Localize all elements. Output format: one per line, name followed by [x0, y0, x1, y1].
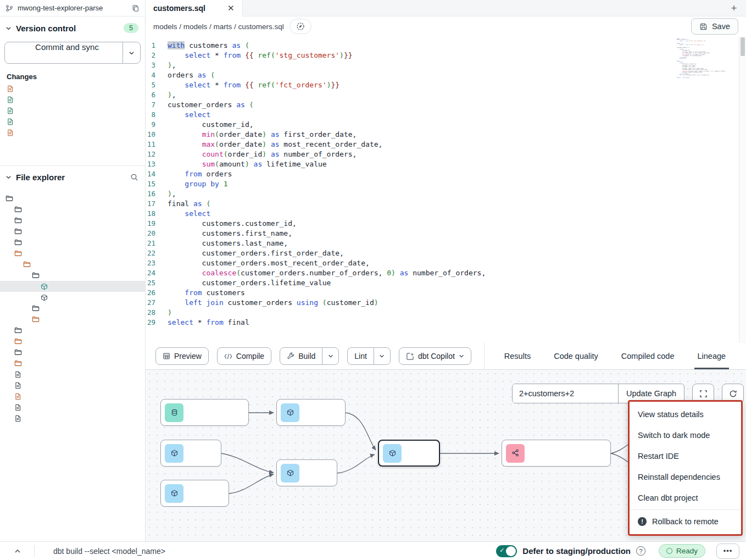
- menu-item-clean-dbt-project[interactable]: Clean dbt project: [630, 487, 741, 508]
- tree-item-models[interactable]: [0, 248, 145, 259]
- copy-icon[interactable]: [132, 4, 140, 12]
- code-area[interactable]: 1with customers as (2 select * from {{ r…: [146, 41, 738, 328]
- tree-item-seeds[interactable]: [0, 325, 145, 336]
- lineage-panel[interactable]: Update Graph View status detailsSwitch t…: [146, 370, 746, 541]
- menu-item-switch-to-dark-mode[interactable]: Switch to dark mode: [630, 425, 741, 446]
- code-line[interactable]: 4orders as (: [146, 70, 738, 80]
- scrollbar-thumb[interactable]: [741, 37, 745, 56]
- code-line[interactable]: 9 customer_id,: [146, 120, 738, 130]
- tree-item-dbt-project-yml[interactable]: [0, 391, 145, 402]
- build-button[interactable]: Build: [280, 347, 339, 365]
- tree-item-tests[interactable]: [0, 358, 145, 369]
- save-button[interactable]: Save: [691, 18, 738, 35]
- code-line[interactable]: 23 customer_orders.most_recent_order_dat…: [146, 258, 738, 268]
- tab-lineage[interactable]: Lineage: [698, 343, 726, 369]
- commit-and-sync-button[interactable]: Commit and sync: [4, 42, 141, 64]
- code-line[interactable]: 22 customer_orders.first_order_date,: [146, 248, 738, 258]
- tab-code-quality[interactable]: Code quality: [554, 343, 598, 369]
- more-options-button[interactable]: •••: [716, 544, 739, 559]
- tree-item-db-sl-qs-demo[interactable]: [0, 193, 145, 204]
- code-line[interactable]: 28): [146, 308, 738, 318]
- tree-item-marts[interactable]: [0, 270, 145, 281]
- code-line[interactable]: 19 customers.customer_id,: [146, 219, 738, 229]
- lint-options-chevron[interactable]: [374, 348, 390, 364]
- copilot-compass-button[interactable]: [290, 19, 311, 34]
- code-line[interactable]: 29select * from final: [146, 318, 738, 328]
- tree-item-dbt-packages[interactable]: [0, 226, 145, 237]
- tree-item-readme-md[interactable]: [0, 380, 145, 391]
- menu-item-rollback-to-remote[interactable]: !Rollback to remote: [630, 511, 741, 532]
- code-line[interactable]: 1with customers as (: [146, 41, 738, 51]
- code-line[interactable]: 20 customers.first_name,: [146, 229, 738, 239]
- menu-item-view-status-details[interactable]: View status details: [630, 404, 741, 425]
- tree-item-package-lock-yml[interactable]: [0, 402, 145, 413]
- code-line[interactable]: 11 max(order_date) as most_recent_order_…: [146, 140, 738, 149]
- code-line[interactable]: 8 select: [146, 110, 738, 120]
- tree-item-packages-yml[interactable]: [0, 413, 145, 424]
- commit-options-chevron[interactable]: [123, 42, 140, 63]
- code-line[interactable]: 12 count(order_id) as number_of_orders,: [146, 149, 738, 159]
- tree-item-target[interactable]: [0, 347, 145, 358]
- lineage-node-fct-orders[interactable]: [276, 459, 337, 486]
- command-input[interactable]: [40, 547, 491, 556]
- help-icon[interactable]: ?: [636, 546, 645, 556]
- close-tab-icon[interactable]: ✕: [227, 3, 235, 13]
- code-line[interactable]: 10 min(order_date) as first_order_date,: [146, 130, 738, 140]
- code-line[interactable]: 15 group by 1: [146, 179, 738, 189]
- menu-item-reinstall-dependencies[interactable]: Reinstall dependencies: [630, 467, 741, 487]
- collapse-panel-button[interactable]: [7, 548, 29, 555]
- tree-item-staging[interactable]: [0, 314, 145, 325]
- compile-button[interactable]: Compile: [217, 347, 271, 365]
- editor-scrollbar[interactable]: [739, 36, 746, 343]
- defer-toggle[interactable]: ✓: [496, 545, 517, 557]
- lineage-selector-input[interactable]: [513, 384, 618, 403]
- chevron-down-icon[interactable]: [5, 174, 12, 180]
- code-line[interactable]: 26 from customers: [146, 288, 738, 298]
- code-line[interactable]: 27 left join customer_orders using (cust…: [146, 298, 738, 308]
- code-line[interactable]: 6),: [146, 90, 738, 100]
- build-options-chevron[interactable]: [322, 348, 338, 364]
- new-tab-button[interactable]: +: [722, 0, 746, 16]
- code-line[interactable]: 25 customer_orders.lifetime_value: [146, 278, 738, 288]
- lineage-node-dim-customers-test-for-parse[interactable]: [502, 440, 611, 467]
- tree-item-metrics[interactable]: [0, 303, 145, 314]
- tree-item-analyses[interactable]: [0, 215, 145, 226]
- lineage-node-stg-customers[interactable]: [276, 399, 346, 426]
- search-icon[interactable]: [130, 173, 138, 181]
- code-line[interactable]: 16),: [146, 189, 738, 199]
- change-row[interactable]: [0, 105, 145, 116]
- tab-compiled-code[interactable]: Compiled code: [621, 343, 675, 369]
- change-row[interactable]: [0, 116, 145, 127]
- code-line[interactable]: 18 select: [146, 209, 738, 219]
- preview-button[interactable]: Preview: [155, 347, 209, 365]
- change-row[interactable]: [0, 127, 145, 138]
- dbt-copilot-button[interactable]: dbt Copilot: [399, 347, 471, 365]
- branch-row[interactable]: mwong-test-explorer-parse: [0, 0, 145, 16]
- tree-item--github[interactable]: [0, 204, 145, 215]
- code-line[interactable]: 17final as (: [146, 199, 738, 209]
- code-line[interactable]: 7customer_orders as (: [146, 100, 738, 110]
- tree-item--gitignore[interactable]: [0, 369, 145, 380]
- status-badge[interactable]: Ready: [659, 544, 705, 558]
- code-line[interactable]: 13 sum(amount) as lifetime_value: [146, 159, 738, 169]
- lineage-node-stg-orders[interactable]: [160, 440, 221, 467]
- tab-customers-sql[interactable]: customers.sql ✕: [146, 0, 243, 16]
- tab-results[interactable]: Results: [504, 343, 531, 369]
- change-row[interactable]: [0, 94, 145, 105]
- code-line[interactable]: 21 customers.last_name,: [146, 239, 738, 248]
- chevron-down-icon[interactable]: [5, 25, 12, 31]
- code-line[interactable]: 24 coalesce(customer_orders.number_of_or…: [146, 268, 738, 278]
- lineage-node-stg-payments[interactable]: [160, 480, 229, 507]
- menu-item-restart-ide[interactable]: Restart IDE: [630, 446, 741, 467]
- code-line[interactable]: 2 select * from {{ ref('stg_customers')}…: [146, 51, 738, 60]
- change-row[interactable]: [0, 83, 145, 94]
- lineage-node-customers[interactable]: [378, 440, 440, 467]
- code-line[interactable]: 5 select * from {{ ref('fct_orders')}}: [146, 80, 738, 90]
- tree-item-snapshots[interactable]: [0, 336, 145, 347]
- tree-item-fct-orders-sql[interactable]: [0, 292, 145, 303]
- lint-button[interactable]: Lint: [347, 347, 391, 365]
- code-editor[interactable]: 1with customers as (2 select * from {{ r…: [146, 36, 746, 343]
- lineage-node-jaffle-shop-customers[interactable]: [160, 399, 249, 426]
- code-line[interactable]: 14 from orders: [146, 169, 738, 179]
- tree-item-models[interactable]: [0, 259, 145, 270]
